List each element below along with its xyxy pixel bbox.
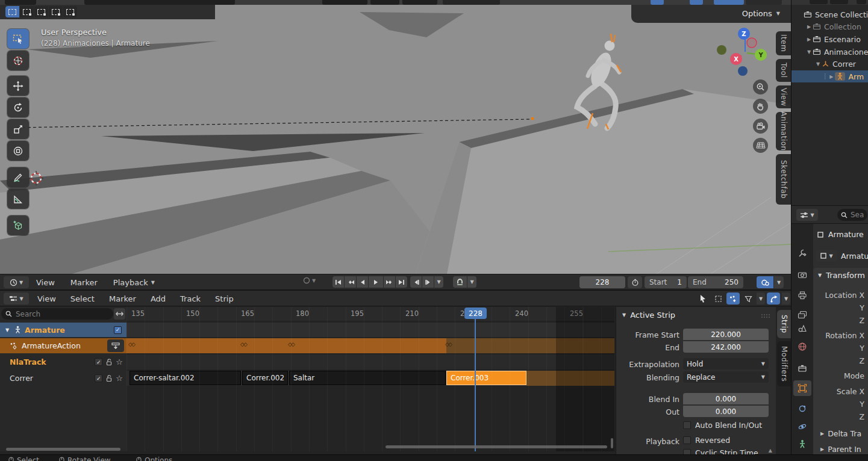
channel-mute-checkbox[interactable]: ✓ (114, 326, 122, 334)
tool-select-box[interactable] (7, 29, 29, 49)
play-button[interactable] (369, 276, 383, 288)
panel-grip-icon[interactable] (761, 314, 770, 318)
nla-menu-strip[interactable]: Strip (214, 294, 235, 303)
nla-strip-correr-002[interactable]: Correr.002 (242, 371, 288, 385)
options-dropdown[interactable]: Options ▼ (742, 9, 780, 18)
nla-empty-area[interactable] (126, 386, 614, 451)
blend-out-input[interactable]: 0.000 (683, 406, 769, 417)
nla-tab-modifiers[interactable]: Modifiers (777, 341, 791, 386)
expand-chevron-icon[interactable]: ▼ (805, 49, 813, 55)
select-mode-button-2[interactable] (34, 6, 48, 17)
nla-strip-correr-saltar-002[interactable]: Correr-saltar.002 (130, 371, 241, 385)
push-down-action-button[interactable] (107, 339, 124, 352)
frame-start-field[interactable]: Start1 (645, 276, 687, 288)
tool-annotate[interactable] (7, 167, 29, 187)
timeline-menu-view[interactable]: View (35, 278, 56, 287)
snap-curve-toggle[interactable] (767, 292, 780, 305)
prev-keyframe-button[interactable] (345, 276, 356, 288)
dots-diamond-toggle[interactable] (726, 292, 740, 305)
channel-armature[interactable]: ▼ Armature ✓ (0, 323, 126, 337)
funnel-toggle[interactable] (742, 292, 755, 305)
playhead-line[interactable] (475, 318, 476, 451)
timeline-menu-playback[interactable]: Playback▼ (112, 278, 156, 287)
jump-start-button[interactable] (333, 276, 344, 288)
nla-scrollbar-vertical[interactable] (611, 438, 613, 448)
tool-measure[interactable] (7, 189, 29, 209)
frame-forward-button[interactable] (422, 276, 434, 288)
auto-keying-toggle[interactable]: ▼ (302, 276, 316, 285)
blending-select[interactable]: Replace▼ (683, 371, 769, 383)
use-preview-range-button[interactable] (628, 276, 642, 288)
breadcrumb-data-button[interactable]: ▼ (816, 250, 837, 262)
zoom-button[interactable] (753, 79, 768, 94)
track-lane-action[interactable]: ◇◇◇◇◇◇◇◇ (126, 338, 614, 353)
reversed-checkbox[interactable] (683, 436, 691, 444)
viewport-tab-view[interactable]: View (776, 85, 791, 108)
outliner-item-scene-collecti[interactable]: Scene Collecti (792, 8, 868, 20)
properties-tab-physics[interactable] (793, 419, 811, 435)
properties-tab-data-armature[interactable] (793, 436, 811, 452)
channel-armature-action[interactable]: ArmatureAction (0, 338, 126, 353)
filter-expand-button[interactable] (114, 308, 125, 320)
frame-back-button[interactable] (410, 276, 422, 288)
outliner-item-escenario[interactable]: ▶Escenario (792, 33, 868, 45)
viewport-3d[interactable]: Options ▼ User Perspective (228) Animaci… (0, 5, 791, 274)
solo-star-icon[interactable]: ☆ (116, 374, 123, 383)
expand-chevron-icon[interactable]: ▶ (805, 24, 813, 29)
viewport-tab-item[interactable]: Item (776, 31, 791, 55)
ortho-grid-button[interactable] (753, 138, 768, 153)
snap-curve-dropdown[interactable]: ▼ (782, 292, 790, 305)
properties-tab-constraint[interactable] (793, 401, 811, 416)
play-reverse-button[interactable] (357, 276, 368, 288)
properties-tab-object[interactable] (793, 380, 811, 396)
cyclic-checkbox[interactable] (683, 449, 691, 455)
blend-in-input[interactable]: 0.000 (683, 393, 769, 404)
transform-panel-header[interactable]: ▼ Transform (818, 271, 865, 280)
nla-menu-add[interactable]: Add (149, 294, 167, 303)
track-mute-checkbox[interactable]: ✓ (95, 374, 102, 382)
next-keyframe-button[interactable] (384, 276, 395, 288)
tool-scale[interactable] (7, 119, 29, 139)
nla-editor-type-button[interactable]: ▼ (4, 292, 29, 305)
outliner-item-arm[interactable]: ┊▶Arm (792, 70, 868, 82)
playhead-badge[interactable]: 228 (464, 308, 487, 319)
outliner-item-collection[interactable]: ▶Collection (792, 20, 868, 32)
properties-tab-world[interactable] (793, 339, 811, 354)
funnel-dropdown[interactable]: ▼ (757, 292, 765, 305)
select-mode-button-4[interactable] (63, 6, 77, 17)
nla-strip-saltar[interactable]: Saltar (289, 371, 446, 385)
current-frame-field[interactable]: 228 (579, 276, 625, 288)
navigation-gizmo[interactable]: Z X Y (714, 26, 777, 83)
nla-strip-correr-003[interactable]: Correr.003 (446, 371, 526, 385)
viewport-tab-animation[interactable]: Animation (776, 112, 791, 150)
track-lane-armature[interactable] (126, 323, 614, 337)
nla-tab-strip[interactable]: Strip (777, 310, 791, 338)
viewport-tab-sketchfab[interactable]: Sketchfab (776, 154, 791, 205)
tool-move[interactable] (7, 76, 29, 96)
playback-sync-button[interactable] (757, 276, 773, 288)
panel-scroll-arrow-icon[interactable]: ▲ (769, 448, 772, 453)
snap-options-dropdown[interactable]: ▼ (467, 276, 476, 288)
channel-correr[interactable]: Correr ✓ ☆ (0, 371, 126, 386)
expand-chevron-icon[interactable]: ▶ (805, 37, 813, 42)
properties-tab-render[interactable] (793, 267, 811, 283)
nla-menu-marker[interactable]: Marker (108, 294, 137, 303)
frame-start-input[interactable]: 220.000 (683, 329, 769, 340)
tool-cursor[interactable] (7, 51, 29, 70)
search-input[interactable]: Search (1, 308, 113, 320)
nla-menu-select[interactable]: Select (69, 294, 96, 303)
auto-blend-checkbox[interactable] (683, 421, 691, 429)
active-strip-panel-header[interactable]: ▼ Active Strip (622, 311, 675, 320)
select-mode-button-3[interactable] (49, 6, 63, 17)
step-options-dropdown[interactable]: ▼ (434, 276, 443, 288)
magnet-icon[interactable] (453, 276, 467, 288)
properties-tab-collection-props[interactable] (793, 360, 811, 376)
properties-tab-scene[interactable] (793, 321, 811, 336)
viewport-tab-tool[interactable]: Tool (776, 59, 791, 82)
track-lane-correr[interactable]: Correr-saltar.002Correr.002SaltarCorrer.… (126, 371, 614, 386)
arrow-cursor-toggle[interactable] (696, 292, 710, 305)
channel-scrollbar-horizontal[interactable] (6, 448, 120, 451)
timeline-editor-type-button[interactable]: ▼ (4, 276, 29, 288)
dashed-box-toggle[interactable] (711, 292, 725, 305)
properties-tab-output[interactable] (793, 288, 811, 303)
